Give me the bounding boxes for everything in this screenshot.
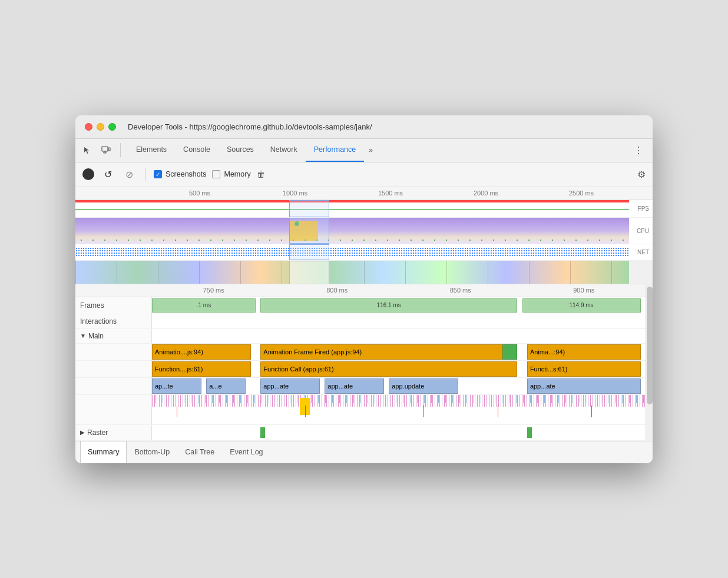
interactions-row: Interactions xyxy=(75,314,646,329)
raster-marker-2 xyxy=(527,427,532,438)
overview-selection-net[interactable] xyxy=(289,244,330,260)
tab-console[interactable]: Console xyxy=(175,138,219,162)
micro-bars xyxy=(152,395,646,415)
bottom-tabs: Summary Bottom-Up Call Tree Event Log xyxy=(75,441,653,463)
device-icon[interactable] xyxy=(99,143,113,157)
tab-bottom-up[interactable]: Bottom-Up xyxy=(127,441,177,463)
tick-500ms: 500 ms xyxy=(152,190,247,197)
tick-2000ms: 2000 ms xyxy=(438,190,534,197)
svg-rect-1 xyxy=(104,152,106,153)
screenshots-selection[interactable] xyxy=(289,261,330,284)
maximize-button[interactable] xyxy=(108,123,116,131)
tick-2500ms: 2500 ms xyxy=(534,190,629,197)
devtools-window: Developer Tools - https://googlechrome.g… xyxy=(75,115,653,463)
svg-rect-0 xyxy=(102,147,108,151)
raster-label: ▶Raster xyxy=(75,425,152,440)
minimize-button[interactable] xyxy=(97,123,104,131)
close-button[interactable] xyxy=(85,123,92,131)
clear-button[interactable]: ⊘ xyxy=(121,167,137,182)
reload-button[interactable]: ↺ xyxy=(100,167,115,182)
tab-more[interactable]: » xyxy=(364,146,378,154)
flame-anim-2[interactable]: Anima...:94) xyxy=(527,344,641,360)
flame-app-4[interactable]: app...ate xyxy=(325,378,384,394)
overview-ruler: 500 ms 1000 ms 1500 ms 2000 ms 2500 ms xyxy=(75,187,653,200)
overview-selection-fps[interactable] xyxy=(289,200,330,217)
memory-checkbox[interactable] xyxy=(212,170,220,178)
flame-anim-1[interactable]: Animatio....js:94) xyxy=(152,344,251,360)
flame-app-3[interactable]: app...ate xyxy=(260,378,320,394)
tab-summary[interactable]: Summary xyxy=(80,441,127,463)
net-dots xyxy=(75,247,629,257)
flame-row-1-label xyxy=(75,344,152,360)
screenshots-label: Screenshots xyxy=(166,170,206,178)
frame-block-3[interactable]: 114.9 ms xyxy=(522,298,641,313)
tab-network[interactable]: Network xyxy=(262,138,306,162)
flame-row-2: Function....js:61) Function Call (app.js… xyxy=(75,361,646,378)
nav-tabs: Elements Console Sources Network Perform… xyxy=(75,139,653,162)
detail-tick-850: 850 ms xyxy=(399,287,522,294)
tab-performance[interactable]: Performance xyxy=(306,138,365,162)
overview-selection-cpu[interactable] xyxy=(289,218,330,244)
flame-row-2-content: Function....js:61) Function Call (app.js… xyxy=(152,361,646,377)
flame-row-1-content: Animatio....js:94) Animation Frame Fired… xyxy=(152,344,646,360)
flame-func-main[interactable]: Function Call (app.js:61) xyxy=(260,361,517,377)
flame-anim-main[interactable]: Animation Frame Fired (app.js:94) xyxy=(260,344,517,360)
menu-button[interactable]: ⋮ xyxy=(629,142,648,158)
detail-tick-900: 900 ms xyxy=(522,287,646,294)
tick-1500ms: 1500 ms xyxy=(343,190,438,197)
tab-sources[interactable]: Sources xyxy=(219,138,262,162)
micro-red-1 xyxy=(177,406,177,417)
net-label: NET xyxy=(637,249,649,255)
scrollbar[interactable] xyxy=(646,284,653,441)
detail-tick-750: 750 ms xyxy=(152,287,276,294)
flame-app-1[interactable]: ap...te xyxy=(152,378,201,394)
settings-button[interactable]: ⚙ xyxy=(637,169,646,180)
record-button[interactable] xyxy=(82,168,94,180)
flame-app-2[interactable]: a...e xyxy=(206,378,246,394)
micro-flame-content xyxy=(152,395,646,424)
cursor-icon[interactable] xyxy=(80,143,94,157)
timeline-main: 750 ms 800 ms 850 ms 900 ms Frames .1 ms… xyxy=(75,284,646,441)
frame-block-2[interactable]: 116.1 ms xyxy=(260,298,517,313)
fps-green-line xyxy=(75,209,629,210)
raster-arrow[interactable]: ▶ xyxy=(80,429,85,436)
frames-label: Frames xyxy=(75,297,152,314)
tab-event-log[interactable]: Event Log xyxy=(222,441,270,463)
titlebar: Developer Tools - https://googlechrome.g… xyxy=(75,115,653,139)
traffic-lights xyxy=(85,123,116,131)
frame-block-1[interactable]: .1 ms xyxy=(152,298,256,313)
flame-row-3-label xyxy=(75,378,152,394)
overview-tracks: FPS CPU NET xyxy=(75,200,653,284)
nav-icons xyxy=(80,143,121,157)
overview-panel: 500 ms 1000 ms 1500 ms 2000 ms 2500 ms F… xyxy=(75,187,653,284)
tab-elements[interactable]: Elements xyxy=(128,138,175,162)
raster-content xyxy=(152,425,646,440)
detail-tick-800: 800 ms xyxy=(276,287,399,294)
screenshots-dividers xyxy=(75,261,629,284)
frames-row: Frames .1 ms 116.1 ms 114.9 ms xyxy=(75,297,646,314)
flame-row-3-content: ap...te a...e app...ate app...ate app.up… xyxy=(152,378,646,394)
window-title: Developer Tools - https://googlechrome.g… xyxy=(128,122,372,131)
interactions-label: Interactions xyxy=(75,314,152,328)
detail-area: 750 ms 800 ms 850 ms 900 ms Frames .1 ms… xyxy=(75,284,653,441)
flame-row-1: Animatio....js:94) Animation Frame Fired… xyxy=(75,344,646,361)
raster-row: ▶Raster xyxy=(75,425,646,441)
main-label: ▼Main xyxy=(75,329,152,343)
fps-track: FPS xyxy=(75,200,653,218)
flame-func-1[interactable]: Function....js:61) xyxy=(152,361,251,377)
flame-app-6[interactable]: app...ate xyxy=(527,378,641,394)
screenshots-checkbox[interactable]: ✓ xyxy=(154,170,162,178)
main-arrow[interactable]: ▼ xyxy=(80,333,86,339)
micro-flame-label xyxy=(75,395,152,424)
cpu-track: CPU xyxy=(75,218,653,244)
trash-button[interactable]: 🗑 xyxy=(257,170,265,179)
scrollbar-thumb[interactable] xyxy=(647,287,653,404)
fps-label: FPS xyxy=(638,205,649,212)
flame-green-1[interactable] xyxy=(502,344,517,360)
micro-flame-row xyxy=(75,395,646,425)
detail-ruler: 750 ms 800 ms 850 ms 900 ms xyxy=(75,284,646,297)
flame-app-5[interactable]: app.update xyxy=(389,378,458,394)
flame-func-2[interactable]: Functi...s:61) xyxy=(527,361,641,377)
flame-row-2-label xyxy=(75,361,152,377)
tab-call-tree[interactable]: Call Tree xyxy=(177,441,222,463)
